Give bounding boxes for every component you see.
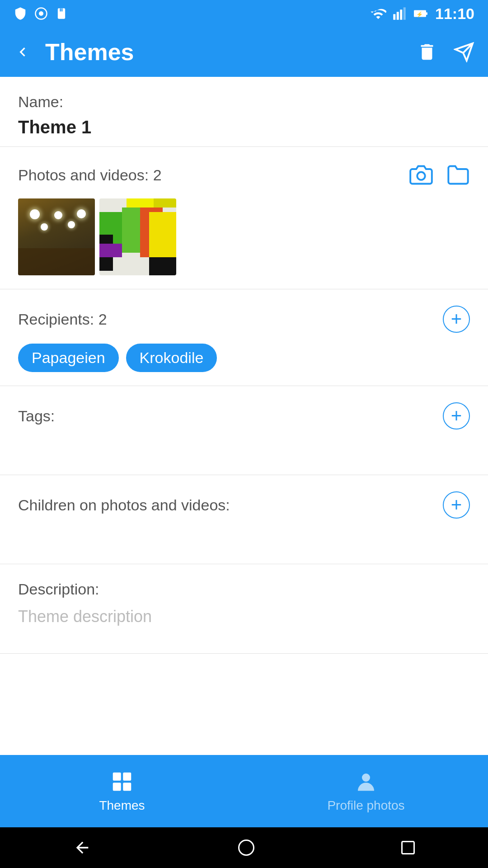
nav-item-themes[interactable]: Themes [0,755,244,827]
children-header: Children on photos and videos: + [18,491,470,519]
system-nav [0,827,488,868]
circle-dot-icon [34,7,48,20]
sys-back-button[interactable] [73,839,91,857]
photo-thumb-1[interactable] [18,198,95,275]
name-section: Name: Theme 1 [0,77,488,147]
description-label: Description: [18,580,470,598]
status-time: 11:10 [435,5,474,23]
profile-photos-nav-label: Profile photos [327,798,404,813]
description-input[interactable]: Theme description [18,607,470,626]
themes-nav-label: Themes [99,798,145,813]
status-bar: ⚡ 11:10 [0,0,488,27]
photos-actions [409,163,470,187]
photos-grid [18,198,470,275]
wifi-icon [370,5,386,22]
status-icons-left [14,7,68,20]
svg-rect-8 [404,7,406,20]
chips-container: Papageien Krokodile [18,344,470,372]
svg-rect-16 [123,783,131,791]
status-icons-right: ⚡ 11:10 [370,5,474,23]
photos-label: Photos and videos: 2 [18,166,162,184]
profile-photos-nav-icon [354,769,378,794]
svg-rect-13 [113,773,121,781]
svg-rect-5 [393,14,395,20]
signal-icon [393,7,406,20]
add-recipient-button[interactable]: + [443,306,470,333]
recipients-section: Recipients: 2 + Papageien Krokodile [0,289,488,386]
svg-rect-10 [426,12,427,15]
nav-item-profile-photos[interactable]: Profile photos [244,755,488,827]
app-bar: Themes [0,27,488,77]
tags-label: Tags: [18,407,55,425]
chip-krokodile[interactable]: Krokodile [126,344,217,372]
sys-home-button[interactable] [238,840,254,856]
svg-point-1 [39,11,43,16]
svg-text:⚡: ⚡ [416,11,423,18]
photo-thumb-2[interactable] [99,198,176,275]
tags-section: Tags: + [0,386,488,475]
send-button[interactable] [454,42,474,62]
photos-header: Photos and videos: 2 [18,163,470,187]
recipients-header: Recipients: 2 + [18,306,470,333]
children-label: Children on photos and videos: [18,496,230,514]
photos-section: Photos and videos: 2 [0,147,488,289]
camera-button[interactable] [409,163,433,187]
svg-rect-4 [61,8,62,11]
battery-icon: ⚡ [413,5,429,22]
bottom-nav: Themes Profile photos [0,755,488,827]
main-content: Name: Theme 1 Photos and videos: 2 [0,77,488,755]
add-children-button[interactable]: + [443,491,470,519]
page-title: Themes [45,38,417,66]
app-bar-actions [417,42,474,62]
delete-button[interactable] [417,42,437,62]
shield-icon [14,7,27,20]
tags-header: Tags: + [18,402,470,429]
svg-rect-7 [400,9,402,20]
description-section: Description: Theme description [0,564,488,654]
name-value: Theme 1 [18,117,470,137]
sys-recents-button[interactable] [401,841,415,854]
chip-papageien[interactable]: Papageien [18,344,119,372]
name-label: Name: [18,93,470,111]
svg-rect-3 [60,8,61,11]
themes-nav-icon [110,769,134,794]
sd-card-icon [55,7,68,20]
recipients-label: Recipients: 2 [18,311,107,328]
folder-button[interactable] [446,163,470,187]
add-tag-button[interactable]: + [443,402,470,429]
svg-rect-6 [397,12,399,20]
svg-rect-14 [123,773,131,781]
children-section: Children on photos and videos: + [0,475,488,564]
back-button[interactable] [14,43,32,61]
svg-rect-15 [113,783,121,791]
svg-point-12 [417,172,425,180]
svg-point-17 [362,774,370,782]
